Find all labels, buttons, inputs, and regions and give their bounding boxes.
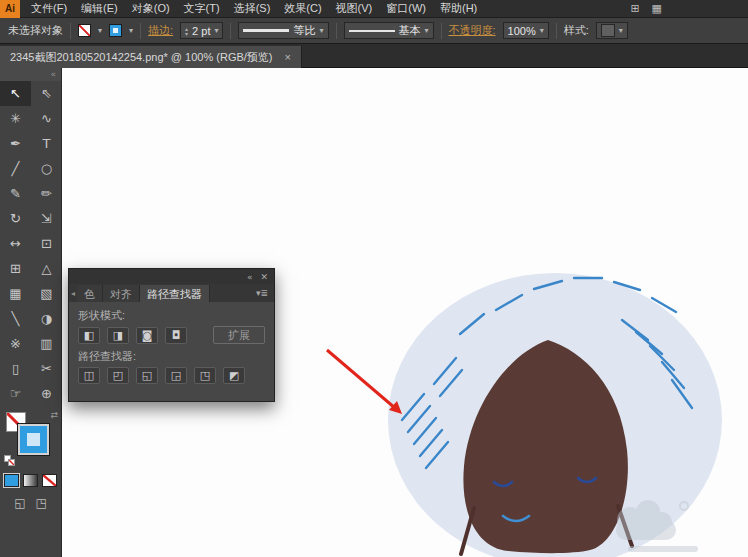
menu-effect[interactable]: 效果(C): [277, 0, 328, 18]
free-transform-tool[interactable]: ⊡: [31, 231, 62, 256]
chevron-down-icon[interactable]: ▾: [540, 26, 544, 35]
stroke-panel-link[interactable]: 描边:: [148, 23, 173, 38]
annotation-arrow: [327, 350, 402, 414]
blend-tool[interactable]: ◑: [31, 306, 62, 331]
tab-align[interactable]: 对齐: [103, 285, 140, 302]
shape-builder-tool[interactable]: ⊞: [0, 256, 31, 281]
pathfinder-panel: « ✕ ◂ 色 对齐 路径查找器 ▾≣ 形状模式: ◧ ◨ ◙ ◘ 扩展 路径查: [68, 268, 275, 402]
divider: [556, 23, 557, 39]
menu-type[interactable]: 文字(T): [177, 0, 227, 18]
divider: [70, 23, 71, 39]
document-tab[interactable]: 2345截图20180520142254.png* @ 100% (RGB/预览…: [0, 46, 302, 68]
divide-button[interactable]: ◫: [78, 367, 100, 384]
exclude-button[interactable]: ◘: [165, 327, 187, 344]
stroke-weight-field[interactable]: ▴ ▾ 2 pt ▾: [180, 22, 223, 39]
eyedropper-tool[interactable]: ╲: [0, 306, 31, 331]
screen-mode-icon[interactable]: ◳: [36, 496, 47, 510]
control-bar: 未选择对象 ▾ ▾ 描边: ▴ ▾ 2 pt ▾ 等比 ▾ 基本 ▾ 不透明度: [0, 18, 748, 44]
rotate-tool[interactable]: ↻: [0, 206, 31, 231]
outline-button[interactable]: ◳: [194, 367, 216, 384]
tab-pathfinder[interactable]: 路径查找器: [140, 285, 210, 302]
trim-button[interactable]: ◰: [107, 367, 129, 384]
pathfinder-row: ◫ ◰ ◱ ◲ ◳ ◩: [78, 367, 265, 384]
brush-definition-value: 基本: [399, 23, 421, 38]
symbol-sprayer-tool[interactable]: ※: [0, 331, 31, 356]
style-swatch: [601, 24, 615, 37]
panel-header[interactable]: « ✕: [69, 269, 274, 284]
crop-button[interactable]: ◲: [165, 367, 187, 384]
direct-selection-tool[interactable]: ⇖: [31, 81, 62, 106]
chevron-down-icon[interactable]: ▾: [214, 26, 218, 35]
document-tab-title: 2345截图20180520142254.png* @ 100% (RGB/预览…: [10, 50, 273, 65]
pencil-tool[interactable]: ✏: [31, 181, 62, 206]
shape-modes-label: 形状模式:: [78, 308, 265, 323]
panel-menu-icon[interactable]: ▾≣: [256, 288, 274, 298]
default-fill-stroke-icon[interactable]: [4, 455, 18, 466]
merge-button[interactable]: ◱: [136, 367, 158, 384]
divider: [336, 23, 337, 39]
opacity-dropdown[interactable]: 100% ▾: [503, 22, 549, 39]
fill-dropdown-icon[interactable]: ▾: [98, 26, 102, 35]
gradient-button[interactable]: [23, 474, 38, 487]
menu-view[interactable]: 视图(V): [329, 0, 380, 18]
ellipse-tool[interactable]: ○: [31, 156, 62, 181]
style-dropdown[interactable]: ▾: [596, 22, 628, 39]
pen-tool[interactable]: ✒: [0, 131, 31, 156]
brush-definition-dropdown[interactable]: 基本 ▾: [344, 22, 434, 39]
column-graph-tool[interactable]: ▥: [31, 331, 62, 356]
none-button[interactable]: [42, 474, 57, 487]
width-tool[interactable]: ↔: [0, 231, 31, 256]
menu-select[interactable]: 选择(S): [227, 0, 278, 18]
menu-edit[interactable]: 编辑(E): [74, 0, 125, 18]
spin-down-icon[interactable]: ▾: [185, 31, 188, 36]
mesh-tool[interactable]: ▦: [0, 281, 31, 306]
draw-mode-icon[interactable]: ◱: [14, 496, 25, 510]
bridge-icon[interactable]: ⊞: [630, 2, 639, 15]
stroke-color-swatch-large[interactable]: [18, 424, 49, 455]
minus-back-button[interactable]: ◩: [223, 367, 245, 384]
magic-wand-tool[interactable]: ✳: [0, 106, 31, 131]
arrange-documents-icon[interactable]: ▦: [652, 2, 662, 15]
scale-tool[interactable]: ⇲: [31, 206, 62, 231]
type-tool[interactable]: T: [31, 131, 62, 156]
stroke-color-swatch[interactable]: [109, 24, 122, 37]
opacity-panel-link[interactable]: 不透明度:: [449, 23, 496, 38]
menu-window[interactable]: 窗口(W): [379, 0, 433, 18]
chevron-down-icon[interactable]: ▾: [425, 26, 429, 35]
chevron-down-icon[interactable]: ▾: [619, 26, 623, 35]
stroke-weight-stepper[interactable]: ▴ ▾: [185, 26, 188, 36]
artboard-tool[interactable]: ▯: [0, 356, 31, 381]
collapse-panel-icon[interactable]: «: [50, 69, 56, 79]
unite-button[interactable]: ◧: [78, 327, 100, 344]
tab-color[interactable]: 色: [77, 285, 103, 302]
tools-grid: ↖ ⇖ ✳ ∿ ✒ T ╱ ○ ✎ ✏ ↻ ⇲ ↔ ⊡ ⊞ △ ▦ ▧ ╲ ◑: [0, 81, 61, 406]
expand-button[interactable]: 扩展: [213, 326, 265, 344]
menu-file[interactable]: 文件(F): [24, 0, 74, 18]
paintbrush-tool[interactable]: ✎: [0, 181, 31, 206]
lasso-tool[interactable]: ∿: [31, 106, 62, 131]
close-icon[interactable]: ✕: [260, 272, 268, 282]
slice-tool[interactable]: ✂: [31, 356, 62, 381]
tools-panel-header[interactable]: «: [0, 68, 61, 81]
fill-color-swatch[interactable]: [78, 24, 91, 37]
chevron-down-icon[interactable]: ▾: [319, 26, 323, 35]
tab-scroll-left-icon[interactable]: ◂: [69, 289, 77, 298]
stroke-dropdown-icon[interactable]: ▾: [129, 26, 133, 35]
line-segment-tool[interactable]: ╱: [0, 156, 31, 181]
perspective-grid-tool[interactable]: △: [31, 256, 62, 281]
zoom-tool[interactable]: ⊕: [31, 381, 62, 406]
swap-fill-stroke-icon[interactable]: ⇄: [50, 410, 58, 420]
color-button[interactable]: [4, 474, 19, 487]
minus-front-button[interactable]: ◨: [107, 327, 129, 344]
menu-object[interactable]: 对象(O): [125, 0, 177, 18]
tab-close-icon[interactable]: ×: [285, 51, 291, 63]
hand-tool[interactable]: ☞: [0, 381, 31, 406]
selection-tool[interactable]: ↖: [0, 81, 31, 106]
fill-stroke-indicator: ⇄: [0, 410, 61, 468]
gradient-tool[interactable]: ▧: [31, 281, 62, 306]
intersect-button[interactable]: ◙: [136, 327, 158, 344]
menu-help[interactable]: 帮助(H): [433, 0, 484, 18]
collapse-panel-icon[interactable]: «: [247, 272, 253, 282]
panel-tabs: ◂ 色 对齐 路径查找器 ▾≣: [69, 284, 274, 302]
width-profile-dropdown[interactable]: 等比 ▾: [238, 22, 328, 39]
